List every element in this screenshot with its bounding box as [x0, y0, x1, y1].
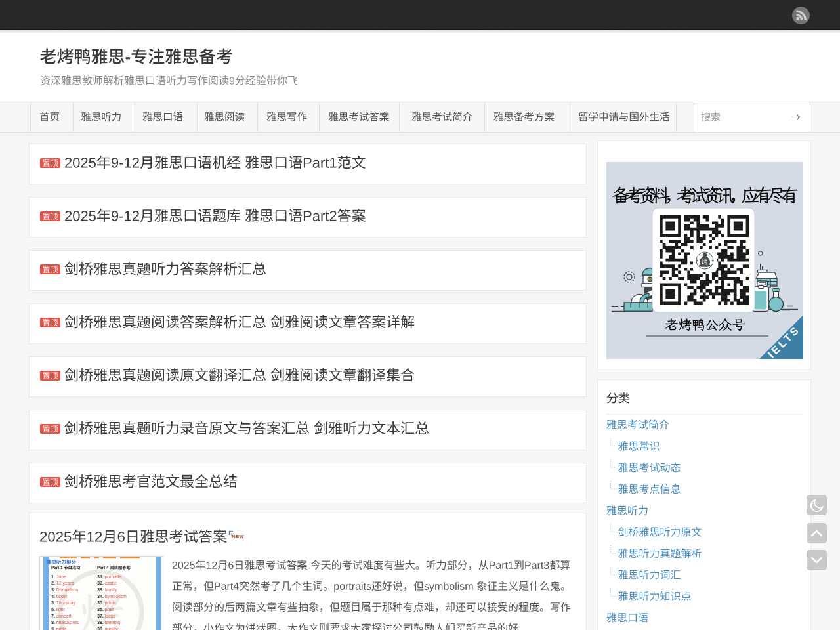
svg-text:32. castle: 32. castle	[97, 581, 117, 585]
svg-text:1. June: 1. June	[51, 574, 66, 579]
svg-text:8. headaches: 8. headaches	[51, 620, 79, 625]
svg-text:9. rattle: 9. rattle	[51, 627, 66, 630]
svg-text:NEW: NEW	[232, 534, 244, 539]
svg-text:4. ticket: 4. ticket	[51, 594, 67, 598]
svg-text:7. concert: 7. concert	[51, 614, 72, 618]
svg-text:39. quality: 39. quality	[97, 627, 118, 630]
svg-text:37. locus: 37. locus	[97, 614, 116, 618]
svg-text:36. poet: 36. poet	[97, 607, 114, 612]
svg-text:3. Donaldson: 3. Donaldson	[51, 587, 78, 592]
svg-text:6. light: 6. light	[51, 607, 65, 612]
svg-text:35. prints: 35. prints	[97, 600, 116, 606]
svg-text:31. portraits: 31. portraits	[97, 574, 121, 579]
svg-text:38. farming: 38. farming	[97, 620, 120, 625]
svg-text:33. family: 33. family	[97, 587, 117, 593]
svg-text:5. Thursday: 5. Thursday	[51, 600, 75, 606]
svg-text:2. 12 years: 2. 12 years	[51, 581, 74, 586]
svg-text:34. symbolism: 34. symbolism	[97, 594, 127, 599]
